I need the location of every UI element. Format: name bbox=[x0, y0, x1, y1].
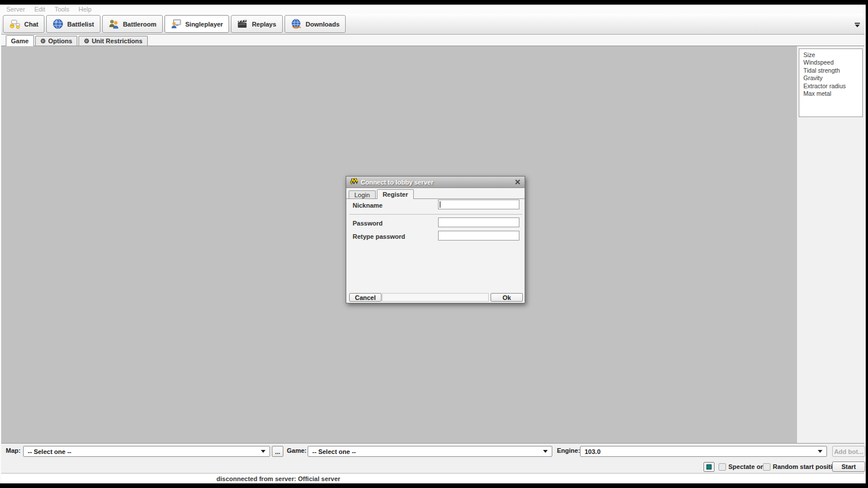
map-info-tidal-label: Tidal strength bbox=[803, 67, 862, 74]
connect-dialog: Connect to lobby server Login Register N… bbox=[346, 176, 525, 303]
singleplayer-subtabs: Game ⚙ Options ⚙ Unit Restrictions bbox=[1, 35, 865, 46]
clapperboard-icon bbox=[237, 18, 248, 29]
tab-battleroom[interactable]: Battleroom bbox=[102, 15, 163, 33]
menu-server[interactable]: Server bbox=[6, 6, 25, 13]
globe-icon bbox=[53, 18, 63, 29]
map-select-value: -- Select one -- bbox=[28, 448, 72, 455]
map-info-gravity-label: Gravity bbox=[803, 74, 862, 82]
map-select[interactable]: -- Select one -- bbox=[23, 446, 270, 457]
game-label: Game: bbox=[287, 447, 306, 454]
ok-button[interactable]: Ok bbox=[491, 293, 523, 302]
tab-login-label: Login bbox=[354, 192, 370, 198]
tab-singleplayer[interactable]: Singleplayer bbox=[164, 15, 229, 33]
map-info-panel: Size Windspeed Tidal strength Gravity Ex… bbox=[797, 46, 865, 443]
tab-replays[interactable]: Replays bbox=[231, 15, 282, 33]
lightning-icon bbox=[350, 178, 358, 186]
map-browse-button[interactable]: ... bbox=[272, 446, 283, 457]
add-bot-label: Add bot... bbox=[834, 448, 863, 455]
nickname-field[interactable] bbox=[438, 200, 519, 209]
subtab-unit-restrictions-label: Unit Restrictions bbox=[92, 37, 143, 44]
close-icon[interactable] bbox=[515, 179, 521, 186]
users-icon bbox=[108, 18, 119, 29]
map-info-maxmetal-label: Max metal bbox=[803, 90, 862, 97]
map-browse-label: ... bbox=[275, 448, 280, 455]
map-info-extractor-label: Extractor radius bbox=[803, 82, 862, 90]
subtab-options[interactable]: ⚙ Options bbox=[35, 36, 77, 46]
subtab-unit-restrictions[interactable]: ⚙ Unit Restrictions bbox=[78, 36, 148, 46]
tab-battlelist-label: Battlelist bbox=[67, 21, 93, 28]
spectate-only-checkbox[interactable] bbox=[719, 463, 726, 471]
cancel-button[interactable]: Cancel bbox=[349, 293, 381, 302]
tab-chat[interactable]: Chat bbox=[3, 15, 44, 33]
random-start-checkbox[interactable] bbox=[763, 463, 770, 471]
gear-icon: ⚙ bbox=[84, 38, 89, 44]
menu-help[interactable]: Help bbox=[78, 6, 92, 13]
start-button[interactable]: Start bbox=[832, 461, 865, 472]
map-info-size-label: Size bbox=[803, 51, 862, 59]
divider bbox=[349, 214, 522, 215]
cancel-label: Cancel bbox=[355, 294, 376, 301]
tab-register-label: Register bbox=[383, 191, 408, 198]
map-label: Map: bbox=[6, 447, 21, 454]
chevron-down-icon bbox=[818, 450, 822, 453]
player-color-button[interactable] bbox=[704, 462, 714, 472]
retype-password-field[interactable] bbox=[438, 231, 519, 241]
battle-setup-bar: Map: -- Select one -- ... Game: -- Selec… bbox=[1, 443, 865, 473]
engine-label: Engine: bbox=[557, 447, 580, 454]
tab-downloads[interactable]: Downloads bbox=[285, 15, 346, 33]
menu-tools[interactable]: Tools bbox=[54, 6, 69, 13]
tab-chat-label: Chat bbox=[24, 21, 38, 28]
chat-icon bbox=[9, 20, 21, 29]
screen: Server Edit Tools Help Chat bbox=[0, 0, 868, 488]
subtab-options-label: Options bbox=[48, 37, 72, 44]
start-label: Start bbox=[841, 463, 856, 470]
chevron-down-icon bbox=[543, 450, 548, 453]
connect-dialog-title: Connect to lobby server bbox=[361, 179, 433, 186]
password-label: Password bbox=[353, 220, 383, 227]
tab-register[interactable]: Register bbox=[377, 189, 414, 199]
status-bar: disconnected from server: Official serve… bbox=[1, 473, 865, 483]
tab-battleroom-label: Battleroom bbox=[123, 21, 156, 28]
gear-icon: ⚙ bbox=[40, 38, 46, 44]
nickname-label: Nickname bbox=[353, 202, 383, 209]
main-toolbar: Chat Battlelist bbox=[1, 14, 865, 35]
game-select-value: -- Select one -- bbox=[312, 448, 356, 455]
player-color-swatch bbox=[706, 464, 712, 470]
status-text: disconnected from server: Official serve… bbox=[216, 475, 341, 482]
singleplayer-icon bbox=[171, 18, 182, 29]
engine-select[interactable]: 103.0 bbox=[580, 446, 827, 457]
text-caret bbox=[440, 201, 440, 208]
subtab-game[interactable]: Game bbox=[6, 35, 34, 46]
chevron-down-icon bbox=[261, 450, 265, 453]
ok-label: Ok bbox=[503, 294, 511, 301]
map-info-box: Size Windspeed Tidal strength Gravity Ex… bbox=[799, 48, 863, 117]
add-bot-button[interactable]: Add bot... bbox=[832, 446, 865, 457]
progress-gauge bbox=[382, 293, 489, 302]
subtab-game-label: Game bbox=[11, 37, 29, 44]
connect-dialog-titlebar[interactable]: Connect to lobby server bbox=[346, 177, 525, 188]
menu-edit[interactable]: Edit bbox=[34, 6, 45, 13]
connect-dialog-tabs: Login Register bbox=[346, 189, 525, 199]
menu-bar: Server Edit Tools Help bbox=[1, 5, 865, 14]
retype-password-label: Retype password bbox=[353, 233, 405, 240]
toolbar-overflow-icon[interactable] bbox=[854, 22, 860, 29]
tab-replays-label: Replays bbox=[252, 21, 276, 28]
map-info-windspeed-label: Windspeed bbox=[803, 59, 862, 66]
tab-battlelist[interactable]: Battlelist bbox=[46, 15, 100, 33]
globe-download-icon bbox=[291, 18, 302, 29]
game-select[interactable]: -- Select one -- bbox=[308, 446, 552, 457]
tab-downloads-label: Downloads bbox=[306, 21, 340, 28]
password-field[interactable] bbox=[438, 217, 519, 227]
tab-singleplayer-label: Singleplayer bbox=[185, 21, 223, 28]
tab-login[interactable]: Login bbox=[349, 190, 376, 198]
engine-select-value: 103.0 bbox=[585, 448, 601, 455]
